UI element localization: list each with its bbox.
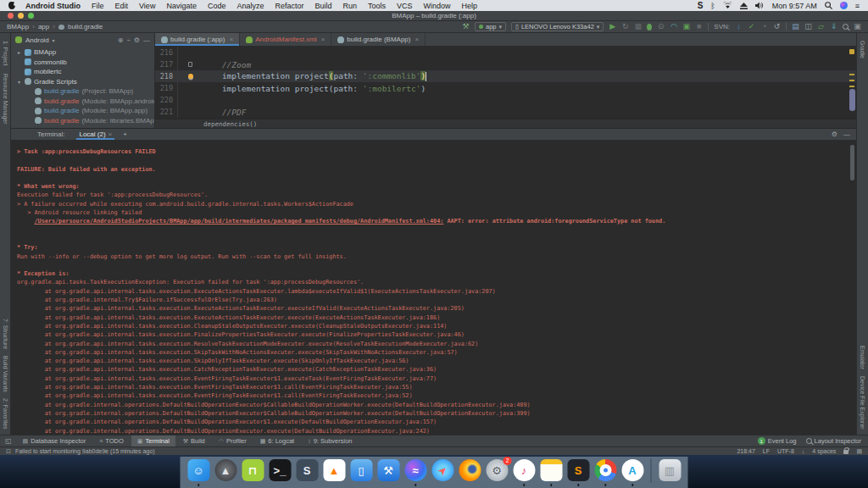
tool-windows-button[interactable]: ◫ bbox=[804, 23, 812, 30]
tool-window-button-9-subversion[interactable]: ↕9: Subversion bbox=[302, 435, 358, 446]
tool-button-2-favorites[interactable]: 2: Favorites bbox=[3, 398, 8, 430]
siri-icon[interactable] bbox=[840, 2, 848, 9]
event-log-button[interactable]: 1 Event Log bbox=[758, 437, 797, 445]
tree-expand-icon[interactable]: ▸ bbox=[16, 49, 22, 55]
notification-center-icon[interactable]: ≡ bbox=[855, 2, 860, 10]
tool-window-button-todo[interactable]: ≡TODO bbox=[93, 435, 130, 446]
menu-refactor[interactable]: Refactor bbox=[275, 2, 303, 10]
indent-setting[interactable]: 4 spaces bbox=[812, 448, 836, 454]
editor-tab-build-gradle-app[interactable]: build.gradle (:app)× bbox=[155, 33, 240, 46]
stop-button[interactable]: ■ bbox=[695, 23, 703, 30]
editor-tab-build-gradle-bmapp[interactable]: build.gradle (BMApp)× bbox=[331, 33, 426, 46]
menu-build[interactable]: Build bbox=[314, 2, 331, 10]
debug-button[interactable] bbox=[647, 24, 652, 30]
dock-item-android-file-transfer[interactable]: ⊓ bbox=[242, 459, 264, 482]
caret-position[interactable]: 218:47 bbox=[737, 448, 754, 454]
menu-help[interactable]: Help bbox=[462, 2, 478, 10]
wifi-icon[interactable] bbox=[723, 2, 732, 9]
menubar-clock[interactable]: Mon 9:57 AM bbox=[772, 2, 817, 10]
code-line-216[interactable]: 216 bbox=[155, 47, 856, 58]
warning-stripe-mark[interactable] bbox=[849, 74, 854, 75]
breadcrumb-app[interactable]: app bbox=[38, 23, 49, 30]
tool-button-7-structure[interactable]: 7: Structure bbox=[3, 319, 8, 349]
dock-item-itunes[interactable]: ♪ bbox=[513, 459, 536, 482]
menu-vcs[interactable]: VCS bbox=[397, 2, 413, 10]
volume-icon[interactable] bbox=[755, 2, 765, 9]
run-on-device-button[interactable]: ▣ bbox=[682, 23, 690, 30]
breadcrumb-build-gradle[interactable]: build.gradle bbox=[68, 23, 103, 30]
vcs-history-button[interactable]: ◔ bbox=[760, 23, 768, 30]
tool-window-button-database-inspector[interactable]: ▤Database Inspector bbox=[17, 435, 92, 446]
menu-run[interactable]: Run bbox=[343, 2, 358, 10]
tool-button-device-file-explorer[interactable]: Device File Explorer bbox=[860, 376, 865, 430]
dock-item-chrome[interactable] bbox=[594, 459, 617, 482]
menu-android-studio[interactable]: Android Studio bbox=[25, 2, 81, 10]
vcs-rollback-button[interactable]: ↺ bbox=[773, 23, 781, 30]
tree-item-build-gradle-module-bmapp-app[interactable]: build.gradle(Module: BMApp.app) bbox=[13, 106, 154, 116]
dock-item-sublime-text[interactable]: S bbox=[296, 459, 319, 482]
dock-item-terminal[interactable]: >_ bbox=[269, 459, 292, 482]
menu-window[interactable]: Window bbox=[424, 2, 451, 10]
tree-item-commonlib[interactable]: commonlib bbox=[13, 58, 154, 68]
tree-item-build-gradle-module-bmapp-android-pdf-v[interactable]: build.gradle(Module: BMApp.android-pdf-v bbox=[13, 97, 154, 107]
menu-code[interactable]: Code bbox=[208, 2, 226, 10]
editor-tab-androidmanifest-xml[interactable]: AndroidManifest.xml× bbox=[240, 33, 331, 46]
sdk-manager-button[interactable]: ⇓ bbox=[830, 23, 837, 30]
tool-window-button-build[interactable]: ⚒Build bbox=[177, 435, 211, 446]
build-hammer-button[interactable]: ⚒ bbox=[462, 23, 470, 30]
close-icon[interactable]: × bbox=[108, 130, 113, 138]
tree-item-build-gradle-project-bmapp[interactable]: build.gradle(Project: BMApp) bbox=[13, 86, 154, 97]
run-button[interactable]: ▶ bbox=[609, 23, 616, 30]
tool-window-button-terminal[interactable]: ▣Terminal bbox=[131, 435, 175, 446]
chevron-down-icon[interactable]: ▾ bbox=[53, 37, 55, 43]
menu-extra-s-icon[interactable]: S bbox=[698, 1, 704, 10]
close-window-button[interactable] bbox=[8, 13, 14, 19]
eject-icon[interactable] bbox=[740, 3, 748, 9]
arrow-down-icon[interactable]: ↓ bbox=[802, 448, 805, 454]
dock-item-system-preferences[interactable]: ⚙2 bbox=[486, 459, 509, 482]
warning-stripe-mark[interactable] bbox=[849, 80, 854, 81]
terminal-scrollbar[interactable] bbox=[850, 145, 854, 180]
dock-item-safari[interactable]: ➤ bbox=[431, 459, 454, 482]
apple-menu-icon[interactable] bbox=[8, 2, 15, 9]
editor-scrollbar[interactable] bbox=[849, 89, 855, 111]
file-encoding[interactable]: UTF-8 bbox=[777, 448, 794, 454]
code-line-219[interactable]: 219 implementation project(path: ':mobil… bbox=[155, 82, 856, 94]
apply-code-changes-button[interactable]: ▦ bbox=[634, 23, 642, 30]
dock-item-siri[interactable]: ≈ bbox=[404, 459, 427, 482]
tool-button-emulator[interactable]: Emulator bbox=[860, 346, 865, 369]
menu-analyze[interactable]: Analyze bbox=[236, 2, 264, 10]
terminal-output[interactable]: > Task :app:processDebugResources FAILED… bbox=[11, 141, 856, 435]
tree-item-bmapp[interactable]: ▸BMApp bbox=[13, 47, 154, 58]
tool-window-button-profiler[interactable]: ◠Profiler bbox=[213, 435, 253, 446]
close-icon[interactable]: × bbox=[229, 36, 233, 43]
layout-inspector-button[interactable]: Layout Inspector bbox=[806, 437, 861, 445]
terminal-file-link[interactable]: /Users/persource/AndroidStudioProjects/B… bbox=[34, 218, 443, 225]
tool-button-build-variants[interactable]: Build Variants bbox=[3, 356, 8, 392]
dock-item-notes[interactable] bbox=[540, 459, 563, 482]
dock-item-trash[interactable]: ▥ bbox=[659, 459, 682, 482]
dock-item-launchpad[interactable]: ▲ bbox=[214, 459, 237, 482]
dock-item-android-studio[interactable]: A bbox=[621, 459, 644, 482]
lock-icon[interactable] bbox=[843, 450, 849, 454]
avd-manager-button[interactable]: ▱ bbox=[817, 23, 825, 30]
tree-item-gradle-scripts[interactable]: ▾Gradle Scripts bbox=[13, 77, 154, 87]
terminal-settings-icon[interactable]: ⚙ bbox=[832, 130, 837, 138]
collapse-all-icon[interactable]: ÷ bbox=[126, 36, 130, 44]
vcs-commit-button[interactable]: ✓ bbox=[748, 23, 755, 30]
inspection-indicator-icon[interactable] bbox=[849, 49, 854, 54]
profiler-button[interactable]: ◠ bbox=[670, 23, 677, 30]
menu-navigate[interactable]: Navigate bbox=[166, 2, 197, 10]
tool-button-resource-manager[interactable]: Resource Manager bbox=[3, 74, 8, 125]
intention-bulb-icon[interactable] bbox=[188, 74, 193, 79]
project-view-select[interactable]: Android bbox=[25, 36, 49, 44]
tree-expand-icon[interactable]: ▾ bbox=[16, 79, 22, 85]
run-config-select[interactable]: app▾ bbox=[475, 22, 506, 31]
editor-breadcrumbs[interactable]: dependencies() bbox=[155, 119, 856, 128]
menu-tools[interactable]: Tools bbox=[368, 2, 386, 10]
profile-button[interactable]: ⊙ bbox=[657, 23, 665, 30]
breadcrumb-bmapp[interactable]: BMApp bbox=[7, 23, 29, 30]
close-icon[interactable]: × bbox=[415, 36, 419, 43]
reader-mode-icon[interactable]: ▤ bbox=[856, 448, 862, 455]
tree-item-mobilertc[interactable]: mobilertc bbox=[13, 67, 154, 77]
